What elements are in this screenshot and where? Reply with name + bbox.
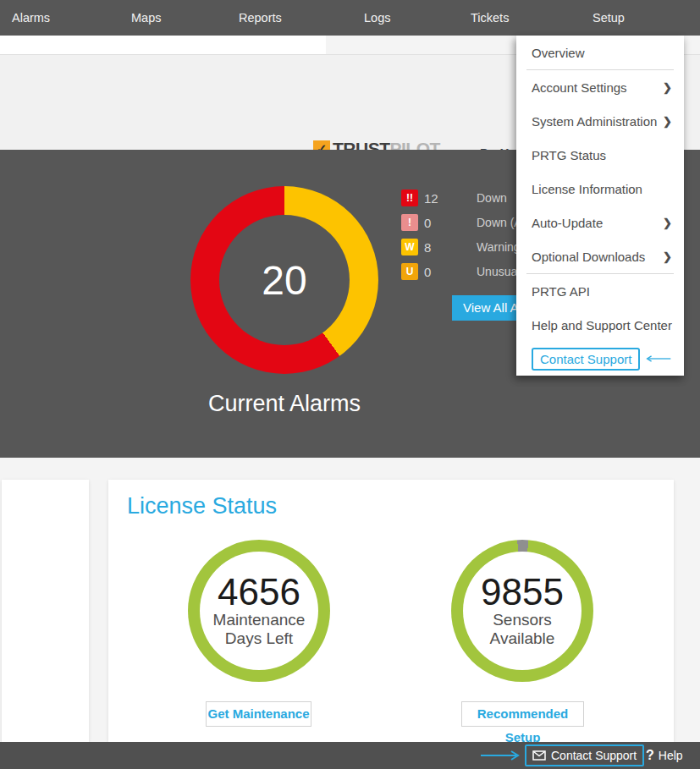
alarms-donut-chart: 20	[190, 186, 378, 374]
menu-item-label: Auto-Update	[532, 216, 663, 230]
recommended-setup-button[interactable]: Recommended Setup	[461, 701, 584, 727]
nav-item-reports[interactable]: Reports	[239, 0, 282, 36]
menu-item-label: License Information	[532, 182, 672, 196]
menu-item-label: Overview	[532, 46, 672, 60]
menu-item-overview[interactable]: Overview	[516, 36, 684, 69]
chevron-right-icon: ❯	[663, 81, 672, 94]
chevron-right-icon: ❯	[663, 115, 672, 128]
menu-item-help-and-support-center[interactable]: Help and Support Center	[516, 308, 684, 342]
annotation-arrow-left-icon	[645, 354, 672, 364]
menu-item-prtg-status[interactable]: PRTG Status	[516, 138, 684, 172]
chevron-right-icon: ❯	[663, 217, 672, 229]
footer-bar: Contact Support ? Help	[0, 742, 700, 769]
down-acknowledged-status-icon: !	[401, 214, 418, 231]
maintenance-days-value: 4656	[218, 574, 300, 611]
alarms-total-value: 20	[262, 257, 306, 304]
menu-item-account-settings[interactable]: Account Settings ❯	[516, 70, 684, 104]
menu-item-optional-downloads[interactable]: Optional Downloads ❯	[516, 239, 684, 273]
warning-status-icon: W	[401, 239, 418, 255]
envelope-icon	[532, 750, 546, 761]
maintenance-label-line2: Days Left	[225, 629, 293, 648]
setup-dropdown-menu: Overview Account Settings ❯ System Admin…	[516, 36, 684, 376]
menu-item-contact-support[interactable]: Contact Support	[516, 342, 684, 376]
legend-label: Warning	[477, 240, 521, 254]
maintenance-gauge-center: 4656 Maintenance Days Left	[200, 552, 318, 670]
menu-item-label: PRTG Status	[532, 148, 672, 162]
menu-item-label: Optional Downloads	[532, 250, 663, 264]
sub-nav-white-strip	[0, 36, 326, 54]
sensors-gauge-center: 9855 Sensors Available	[463, 552, 581, 670]
legend-value: 0	[424, 265, 451, 279]
nav-item-setup[interactable]: Setup	[593, 0, 625, 36]
maintenance-label-line1: Maintenance	[213, 611, 306, 629]
nav-item-alarms[interactable]: Alarms	[12, 0, 50, 36]
sensors-label-line2: Available	[490, 629, 555, 648]
get-maintenance-button[interactable]: Get Maintenance	[206, 701, 311, 727]
footer-help-label: Help	[659, 749, 683, 762]
menu-item-label: System Administration	[532, 114, 663, 129]
legend-value: 8	[424, 240, 451, 255]
contact-support-link[interactable]: Contact Support	[532, 348, 640, 371]
nav-item-logs[interactable]: Logs	[364, 0, 390, 36]
menu-item-label: Account Settings	[532, 80, 663, 95]
alarms-donut-hole: 20	[219, 215, 350, 345]
top-nav: Alarms Maps Reports Logs Tickets Setup	[0, 0, 700, 36]
down-status-icon: !!	[401, 190, 418, 206]
legend-label: Unusual	[477, 265, 520, 278]
menu-item-label: PRTG API	[532, 284, 672, 299]
sensors-label-line1: Sensors	[493, 611, 552, 629]
prtg-welcome-page: Alarms Maps Reports Logs Tickets Setup S…	[0, 0, 700, 769]
left-partial-card	[2, 480, 89, 742]
footer-help-button[interactable]: ? Help	[646, 742, 683, 769]
help-question-icon: ?	[646, 748, 654, 763]
license-status-card: License Status 4656 Maintenance Days Lef…	[108, 480, 674, 742]
footer-contact-support-label: Contact Support	[551, 749, 637, 762]
annotation-arrow-right-icon	[479, 750, 521, 761]
nav-item-maps[interactable]: Maps	[131, 0, 161, 36]
menu-item-prtg-api[interactable]: PRTG API	[516, 274, 684, 308]
license-status-title: License Status	[127, 493, 277, 519]
menu-item-license-information[interactable]: License Information	[516, 172, 684, 206]
footer-contact-support-button[interactable]: Contact Support	[525, 744, 644, 766]
legend-value: 0	[424, 216, 451, 230]
legend-label: Down	[477, 191, 507, 205]
sensors-gauge: 9855 Sensors Available	[451, 540, 593, 682]
menu-item-system-administration[interactable]: System Administration ❯	[516, 104, 684, 138]
unusual-status-icon: U	[401, 263, 418, 280]
alarms-caption: Current Alarms	[166, 391, 403, 417]
legend-value: 12	[424, 191, 451, 206]
sensors-available-value: 9855	[481, 574, 564, 611]
nav-item-tickets[interactable]: Tickets	[471, 0, 509, 36]
maintenance-gauge: 4656 Maintenance Days Left	[188, 540, 330, 682]
chevron-right-icon: ❯	[663, 250, 672, 263]
menu-item-label: Help and Support Center	[532, 318, 672, 332]
menu-item-auto-update[interactable]: Auto-Update ❯	[516, 206, 684, 239]
